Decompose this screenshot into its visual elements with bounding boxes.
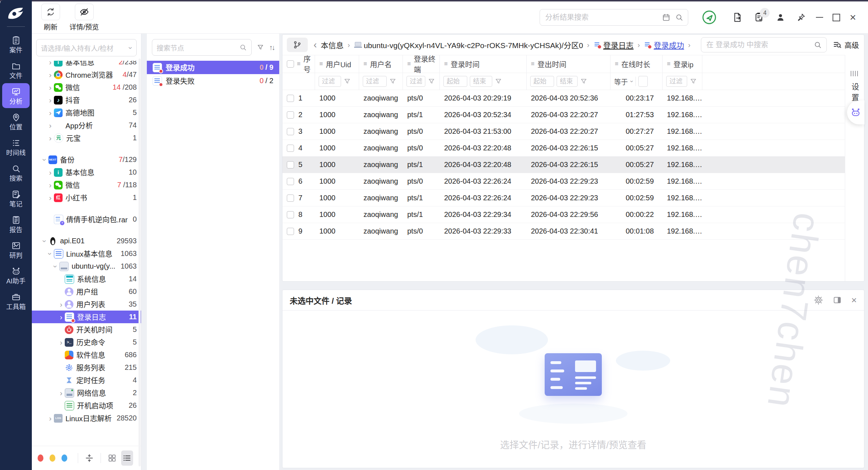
advanced-search-button[interactable]: 高级 xyxy=(833,40,859,50)
tree-item[interactable]: › 历史命令 5 xyxy=(32,336,141,349)
row-checkbox[interactable] xyxy=(287,111,294,119)
tree-item[interactable]: › 开关机时间 5 xyxy=(32,323,141,336)
send-task-button[interactable] xyxy=(701,9,717,25)
terminal-filter-input[interactable] xyxy=(407,76,425,87)
duration-operator-select[interactable]: 等于› xyxy=(614,77,633,86)
table-row[interactable]: 3 1000 zaoqiwang pts/0 2026-04-03 21:53:… xyxy=(282,123,845,140)
table-row[interactable]: 5 1000 zaoqiwang pts/1 2026-04-03 22:20:… xyxy=(282,157,845,173)
table-row[interactable]: 7 1000 zaoqiwang pts/1 2026-04-03 22:26:… xyxy=(282,190,845,206)
column-settings-strip[interactable]: 设置列 xyxy=(845,55,864,281)
tree-chevron-icon[interactable]: › xyxy=(47,109,54,116)
breadcrumb-item[interactable]: 登录日志 › xyxy=(593,39,644,50)
tree-item[interactable]: › 小红书 1 xyxy=(32,191,141,204)
tree-chevron-icon[interactable]: › xyxy=(47,415,54,422)
tree-item[interactable]: › 定时任务 4 xyxy=(32,374,141,386)
tree-item[interactable]: › 微信 7 /118 xyxy=(32,179,141,191)
tree-chevron-icon[interactable]: › xyxy=(47,250,54,257)
sidebar-item[interactable]: 笔记 xyxy=(2,186,30,211)
sidebar-item[interactable]: 文件 xyxy=(2,57,30,82)
header-cell-duration[interactable]: ≡在线时长 xyxy=(610,55,663,73)
tree-item[interactable]: › 网络信息 2 xyxy=(32,386,141,399)
node-search[interactable]: 搜索节点 xyxy=(152,39,252,56)
filter-icon[interactable] xyxy=(690,78,697,85)
refresh-button[interactable]: 刷新 xyxy=(41,4,60,31)
sort-icon[interactable]: ↑↓ xyxy=(269,43,274,52)
blue-tag-dot[interactable] xyxy=(61,454,67,462)
tree-chevron-icon[interactable]: › xyxy=(47,61,54,66)
tree-item[interactable]: › 备份 7/129 xyxy=(32,153,141,166)
tree-item[interactable]: › 基本信息 2/238 xyxy=(32,61,141,68)
tree-item[interactable]: › 登录日志 11 xyxy=(32,311,141,323)
breadcrumb-item[interactable]: 登录成功 › xyxy=(644,39,694,50)
sidebar-item[interactable]: 时间线 xyxy=(2,134,30,159)
task-list-button[interactable]: 4 xyxy=(754,12,765,23)
preview-settings-button[interactable] xyxy=(814,295,823,305)
tree-chevron-icon[interactable]: › xyxy=(47,71,54,78)
login-end-input[interactable] xyxy=(470,76,492,87)
tree-chevron-icon[interactable]: › xyxy=(58,389,65,397)
table-row[interactable]: 4 1000 zaoqiwang pts/0 2026-04-03 22:20:… xyxy=(282,140,845,157)
header-cell-uid[interactable]: ≡用户Uid xyxy=(315,55,359,73)
filter-icon[interactable] xyxy=(580,78,587,85)
tree-item[interactable]: › 软件信息 686 xyxy=(32,349,141,361)
maximize-button[interactable] xyxy=(833,14,840,21)
row-checkbox[interactable] xyxy=(287,128,294,135)
holder-select[interactable]: 请选择/输入持有人/检材 › xyxy=(36,39,137,56)
row-checkbox[interactable] xyxy=(287,178,294,185)
logout-start-input[interactable] xyxy=(530,76,554,87)
header-cell-terminal[interactable]: ≡登录终端 xyxy=(403,55,440,73)
tree-item[interactable]: › 倩倩手机逆向包.rar 0 xyxy=(32,213,141,226)
header-cell-user[interactable]: ≡用户名 xyxy=(359,55,403,73)
filter-icon[interactable] xyxy=(428,78,435,85)
row-checkbox[interactable] xyxy=(287,195,294,202)
header-cell-num[interactable]: ≡序号 xyxy=(282,55,315,73)
tree-item[interactable]: › 用户列表 35 xyxy=(32,298,141,311)
breadcrumb-item[interactable]: ubuntu-vg(yQKxyl-n4VL-YA9k-c2Po-rOKS-7MH… xyxy=(354,39,593,50)
table-row[interactable]: 8 1000 zaoqiwang pts/1 2026-04-03 22:29:… xyxy=(282,206,845,223)
node-item[interactable]: 登录失败 0/ 2 xyxy=(147,74,279,87)
tree-item[interactable]: › api.E01 29593 xyxy=(32,235,141,247)
table-search-input[interactable] xyxy=(706,40,810,50)
search-icon[interactable] xyxy=(675,13,684,22)
pin-button[interactable] xyxy=(796,13,806,22)
tree-item[interactable]: › Chrome浏览器 4/47 xyxy=(32,68,141,81)
login-start-input[interactable] xyxy=(443,76,467,87)
tree-item[interactable]: › 元宝 1 xyxy=(32,132,141,144)
filter-icon[interactable] xyxy=(389,78,396,85)
branch-view-button[interactable] xyxy=(287,38,308,52)
row-checkbox[interactable] xyxy=(287,211,294,218)
filter-icon[interactable] xyxy=(257,44,264,51)
tree-item[interactable]: › Linux基本信息 1063 xyxy=(32,247,141,260)
export-button[interactable] xyxy=(732,12,743,23)
tree-item[interactable]: › App分析 74 xyxy=(32,119,141,132)
user-button[interactable] xyxy=(775,12,786,22)
tree-item[interactable]: › Linux日志解析 28520 xyxy=(32,412,141,424)
grid-view-button[interactable] xyxy=(107,453,117,463)
calendar-icon[interactable] xyxy=(662,13,671,22)
user-filter-input[interactable] xyxy=(363,76,387,87)
tree-chevron-icon[interactable]: › xyxy=(58,313,65,321)
sidebar-item[interactable]: 报告 xyxy=(2,212,30,236)
uid-filter-input[interactable] xyxy=(319,76,341,87)
yellow-tag-dot[interactable] xyxy=(50,454,55,462)
sidebar-item[interactable]: 工具箱 xyxy=(2,289,30,313)
header-cell-logout-time[interactable]: ≡登出时间 xyxy=(527,55,610,73)
tree-chevron-icon[interactable]: › xyxy=(47,84,54,91)
tree-item[interactable]: › 基本信息 10 xyxy=(32,166,141,179)
header-cell-ip[interactable]: ≡登录ip xyxy=(663,55,702,73)
minimize-button[interactable] xyxy=(816,17,823,18)
tree-chevron-icon[interactable]: › xyxy=(47,134,54,142)
tree-chevron-icon[interactable]: › xyxy=(52,263,59,270)
tree-chevron-icon[interactable]: › xyxy=(47,169,54,176)
tree-item[interactable]: › 系统信息 14 xyxy=(32,273,141,285)
table-row[interactable]: 6 1000 zaoqiwang pts/0 2026-04-03 22:26:… xyxy=(282,173,845,190)
global-search-input[interactable] xyxy=(544,13,658,22)
tree-item[interactable]: › ubuntu-vg(y... 1063 xyxy=(32,260,141,273)
tree-chevron-icon[interactable]: › xyxy=(58,301,65,308)
tree-chevron-icon[interactable]: › xyxy=(41,156,48,163)
search-icon[interactable] xyxy=(813,40,822,49)
detail-preview-button[interactable]: 详情/预览 xyxy=(69,4,99,31)
sidebar-item[interactable]: 案件 xyxy=(2,32,30,57)
ip-filter-input[interactable] xyxy=(666,76,687,87)
collapse-all-button[interactable] xyxy=(85,453,94,463)
